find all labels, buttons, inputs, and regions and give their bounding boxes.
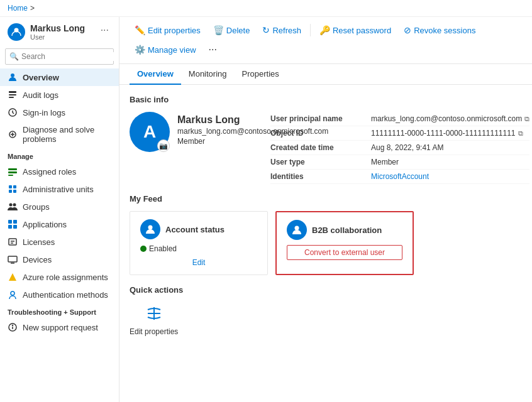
edit-icon: ✏️ <box>135 25 145 35</box>
sidebar-item-applications[interactable]: Applications <box>0 215 119 233</box>
manage-view-button[interactable]: ⚙️ Manage view <box>130 41 201 58</box>
upn-label: User principal name <box>270 114 371 123</box>
svg-point-1 <box>11 73 14 77</box>
account-status-avatar <box>140 219 160 239</box>
sidebar-item-groups[interactable]: Groups <box>0 198 119 215</box>
sidebar-item-diagnose[interactable]: Diagnose and solve problems <box>0 121 119 148</box>
basic-info-section-label: Basic info <box>130 95 522 104</box>
quick-action-edit-properties[interactable]: Edit properties <box>130 302 178 336</box>
upn-value: markus_long.com@contoso.onmicrosoft.com … <box>371 114 529 123</box>
main-content: ✏️ Edit properties 🗑️ Delete ↻ Refresh 🔑… <box>119 17 532 402</box>
sidebar-user-role: User <box>30 33 85 41</box>
sidebar: Markus Long User ··· 🔍 « Overview Audit … <box>0 17 119 402</box>
tab-bar: Overview Monitoring Properties <box>119 64 532 85</box>
svg-point-26 <box>11 291 14 295</box>
sidebar-support-request-label: New support request <box>23 323 98 332</box>
page-content: Basic info A 📷 Markus Long markus_long.c… <box>119 85 532 402</box>
sidebar-overview-label: Overview <box>23 73 59 82</box>
user-profile-card: A 📷 Markus Long markus_long.com@contoso.… <box>130 112 255 184</box>
svg-rect-9 <box>8 175 13 176</box>
roles-icon <box>8 166 18 177</box>
convert-external-user-link[interactable]: Convert to external user <box>287 245 402 260</box>
svg-rect-20 <box>9 239 16 245</box>
sidebar-item-auth-methods[interactable]: Authentication methods <box>0 286 119 303</box>
edit-properties-button[interactable]: ✏️ Edit properties <box>130 22 206 38</box>
toolbar-separator-1 <box>310 24 311 36</box>
usertype-value: Member <box>371 158 399 166</box>
breadcrumb-separator: > <box>30 4 35 13</box>
sidebar-auth-methods-label: Authentication methods <box>23 290 108 300</box>
search-input[interactable] <box>21 52 116 61</box>
prop-upn: User principal name markus_long.com@cont… <box>270 112 529 126</box>
applications-icon <box>8 219 18 229</box>
sidebar-item-assigned-roles[interactable]: Assigned roles <box>0 163 119 180</box>
revoke-icon: ⊘ <box>404 25 411 35</box>
tab-monitoring[interactable]: Monitoring <box>181 64 235 85</box>
svg-rect-16 <box>8 220 12 224</box>
tab-properties[interactable]: Properties <box>235 64 287 85</box>
account-status-edit-link[interactable]: Edit <box>140 258 257 267</box>
account-status-card: Account status Enabled Edit <box>130 211 268 275</box>
avatar-letter: A <box>143 122 156 142</box>
sidebar-item-audit-logs[interactable]: Audit logs <box>0 86 119 104</box>
svg-rect-7 <box>8 168 17 170</box>
signin-logs-icon <box>8 107 18 117</box>
sidebar-item-support-request[interactable]: New support request <box>0 318 119 336</box>
refresh-button[interactable]: ↻ Refresh <box>257 22 306 38</box>
svg-rect-10 <box>9 185 12 188</box>
svg-rect-2 <box>9 91 16 93</box>
sidebar-header: Markus Long User ··· <box>0 17 119 45</box>
sidebar-applications-label: Applications <box>23 220 67 229</box>
sidebar-item-devices[interactable]: Devices <box>0 251 119 268</box>
licenses-icon <box>8 237 18 247</box>
sidebar-item-overview[interactable]: Overview <box>0 68 119 86</box>
svg-rect-18 <box>8 225 12 229</box>
support-icon <box>8 322 18 332</box>
created-label: Created date time <box>270 143 371 152</box>
sidebar-item-licenses[interactable]: Licenses <box>0 233 119 251</box>
upn-copy-icon[interactable]: ⧉ <box>524 115 529 123</box>
reset-password-button[interactable]: 🔑 Reset password <box>314 22 396 38</box>
support-section-label: Troubleshooting + Support <box>0 303 119 318</box>
home-link[interactable]: Home <box>8 4 28 13</box>
sidebar-diagnose-label: Diagnose and solve problems <box>23 125 111 144</box>
manage-section-label: Manage <box>0 148 119 163</box>
sidebar-avatar <box>8 23 25 41</box>
svg-point-15 <box>13 204 16 207</box>
camera-icon[interactable]: 📷 <box>157 139 170 152</box>
sidebar-audit-logs-label: Audit logs <box>23 90 58 100</box>
sidebar-item-signin-logs[interactable]: Sign-in logs <box>0 104 119 121</box>
b2b-header: B2B collaboration <box>287 220 402 240</box>
sidebar-devices-label: Devices <box>23 255 52 264</box>
sidebar-user-name: Markus Long <box>30 23 85 33</box>
quick-action-items: Edit properties <box>130 302 522 336</box>
svg-rect-11 <box>13 185 16 188</box>
identities-label: Identities <box>270 172 371 181</box>
svg-point-31 <box>295 226 299 231</box>
devices-icon <box>8 254 18 264</box>
sidebar-licenses-label: Licenses <box>23 237 55 247</box>
edit-properties-quick-label: Edit properties <box>130 327 178 336</box>
azure-roles-icon <box>8 272 18 282</box>
objectid-copy-icon[interactable]: ⧉ <box>518 129 523 138</box>
sidebar-assigned-roles-label: Assigned roles <box>23 167 76 177</box>
sidebar-item-admin-units[interactable]: Administrative units <box>0 180 119 198</box>
quick-actions-label: Quick actions <box>130 285 522 295</box>
sidebar-search-container: 🔍 « <box>5 48 114 65</box>
delete-button[interactable]: 🗑️ Delete <box>208 22 255 38</box>
identities-value[interactable]: MicrosoftAccount <box>371 172 429 181</box>
svg-rect-4 <box>9 97 14 98</box>
svg-rect-13 <box>13 190 16 193</box>
tab-overview[interactable]: Overview <box>130 64 181 85</box>
b2b-collaboration-card: B2B collaboration Convert to external us… <box>275 211 414 275</box>
toolbar-more-button[interactable]: ··· <box>204 41 222 58</box>
edit-properties-icon <box>143 302 165 325</box>
svg-rect-8 <box>8 171 17 173</box>
delete-icon: 🗑️ <box>213 25 224 35</box>
sidebar-more-button[interactable]: ··· <box>98 23 111 37</box>
audit-logs-icon <box>8 90 18 100</box>
account-status-status: Enabled <box>140 244 257 253</box>
svg-rect-3 <box>9 94 16 95</box>
revoke-sessions-button[interactable]: ⊘ Revoke sessions <box>399 22 480 38</box>
sidebar-item-azure-roles[interactable]: Azure role assignments <box>0 268 119 286</box>
